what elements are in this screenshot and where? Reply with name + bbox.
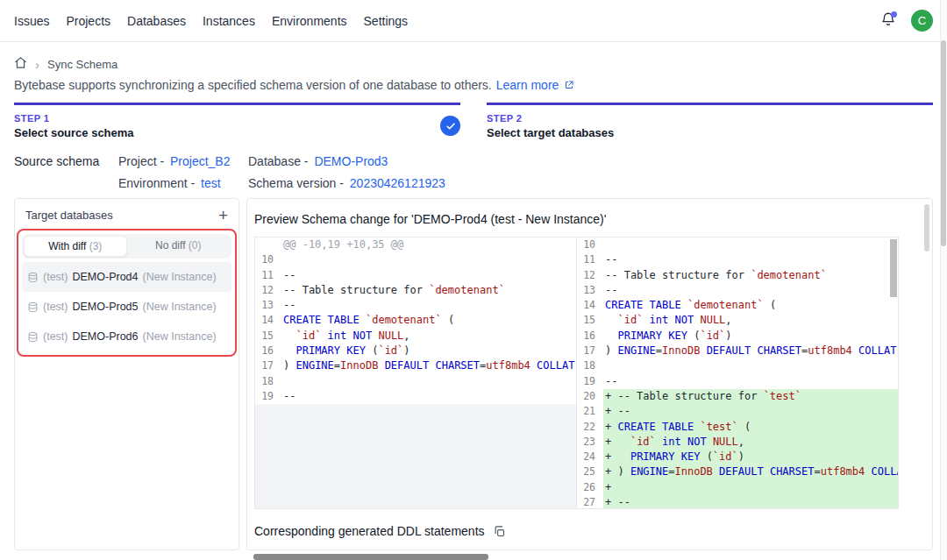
diff-line: 18 bbox=[577, 358, 898, 373]
nav-item-settings[interactable]: Settings bbox=[364, 14, 409, 28]
line-number: 20 bbox=[577, 389, 603, 404]
line-content: `id` int NOT NULL, bbox=[603, 313, 898, 328]
line-number: 14 bbox=[577, 298, 603, 313]
diff-line: 11-- bbox=[577, 252, 898, 267]
line-content: + -- Table structure for `test` bbox=[603, 389, 898, 404]
top-nav: IssuesProjectsDatabasesInstancesEnvironm… bbox=[0, 0, 947, 42]
line-number: 27 bbox=[577, 495, 603, 508]
page-scrollbar-thumb[interactable] bbox=[941, 40, 946, 246]
instance-icon bbox=[27, 301, 39, 313]
nav-item-instances[interactable]: Instances bbox=[203, 14, 255, 28]
line-number: 19 bbox=[577, 374, 603, 389]
target-selection-highlight: With diff (3)No diff (0) (test)DEMO-Prod… bbox=[17, 229, 237, 357]
line-number: 17 bbox=[577, 344, 603, 358]
line-number: 15 bbox=[255, 329, 281, 344]
diff-line: 15 `id` int NOT NULL, bbox=[577, 313, 898, 328]
preview-panel: Preview Schema change for 'DEMO-Prod4 (t… bbox=[246, 198, 933, 550]
environment-tag: (test) bbox=[43, 271, 68, 283]
line-number: 11 bbox=[255, 268, 281, 283]
line-number: 23 bbox=[577, 435, 603, 450]
line-number: 19 bbox=[255, 389, 281, 404]
schema-version-label: Schema version - bbox=[248, 176, 344, 190]
nav-item-databases[interactable]: Databases bbox=[127, 14, 186, 28]
database-link[interactable]: DEMO-Prod3 bbox=[314, 154, 388, 168]
line-number: 14 bbox=[255, 313, 281, 328]
home-icon[interactable] bbox=[14, 56, 27, 72]
line-content: ) ENGINE=InnoDB DEFAULT CHARSET=utf8mb4 … bbox=[603, 344, 898, 358]
external-link-icon bbox=[564, 80, 574, 90]
diff-line: 10 bbox=[577, 237, 898, 252]
target-databases-panel: Target databases + With diff (3)No diff … bbox=[14, 198, 239, 550]
diff-line: 14CREATE TABLE `demotenant` ( bbox=[255, 313, 576, 328]
line-content bbox=[281, 374, 576, 389]
line-content bbox=[603, 237, 898, 252]
line-content: `id` int NOT NULL, bbox=[281, 329, 576, 344]
line-content: -- bbox=[603, 374, 898, 389]
line-number: 26 bbox=[577, 480, 603, 495]
step-2-label: STEP 2 bbox=[487, 113, 933, 124]
line-content: + bbox=[603, 480, 898, 495]
line-content bbox=[603, 358, 898, 373]
source-schema: Source schema Project - Project_B2 Datab… bbox=[0, 154, 947, 190]
add-target-database-button[interactable]: + bbox=[218, 207, 228, 223]
diff-empty-filler bbox=[255, 404, 576, 508]
line-number: 13 bbox=[577, 283, 603, 298]
diff-line-added: 24+ PRIMARY KEY (`id`) bbox=[577, 450, 898, 464]
preview-panel-scrollbar[interactable] bbox=[924, 204, 929, 252]
diff-line: 17) ENGINE=InnoDB DEFAULT CHARSET=utf8mb… bbox=[577, 344, 898, 358]
diff-scrollbar-thumb[interactable] bbox=[890, 239, 897, 297]
step-2-title: Select target databases bbox=[487, 126, 933, 139]
diff-line: 17) ENGINE=InnoDB DEFAULT CHARSET=utf8mb… bbox=[255, 358, 576, 373]
diff-pane-original[interactable]: @@ -10,19 +10,35 @@1011--12-- Table stru… bbox=[255, 237, 577, 508]
environment-tag: (test) bbox=[43, 330, 68, 343]
diff-line: 13-- bbox=[577, 283, 898, 298]
line-content: PRIMARY KEY (`id`) bbox=[603, 329, 898, 344]
tab-no-diff[interactable]: No diff (0) bbox=[127, 236, 231, 257]
tab-label: With diff bbox=[48, 240, 86, 252]
line-number: 12 bbox=[255, 283, 281, 298]
target-database-item[interactable]: (test)DEMO-Prod5(New Instance) bbox=[22, 292, 231, 322]
line-content: + ) ENGINE=InnoDB DEFAULT CHARSET=utf8mb… bbox=[603, 464, 898, 479]
copy-icon[interactable] bbox=[493, 525, 506, 538]
nav-right: C bbox=[879, 10, 933, 32]
diff-line-added: 25+ ) ENGINE=InnoDB DEFAULT CHARSET=utf8… bbox=[577, 464, 898, 479]
target-database-item[interactable]: (test)DEMO-Prod4(New Instance) bbox=[22, 262, 231, 292]
chevron-right-icon: › bbox=[35, 58, 39, 71]
target-panel-header: Target databases + bbox=[15, 199, 239, 229]
line-number: 24 bbox=[577, 450, 603, 464]
line-content: -- bbox=[281, 298, 576, 313]
line-content: + -- bbox=[603, 404, 898, 419]
line-content: -- Table structure for `demotenant` bbox=[281, 283, 576, 298]
page-scrollbar[interactable] bbox=[940, 0, 947, 560]
avatar[interactable]: C bbox=[911, 10, 933, 32]
database-name: DEMO-Prod6 bbox=[72, 330, 138, 343]
schema-diff-editor: @@ -10,19 +10,35 @@1011--12-- Table stru… bbox=[254, 237, 899, 509]
diff-hunk-header: @@ -10,19 +10,35 @@ bbox=[255, 237, 576, 252]
nav-item-issues[interactable]: Issues bbox=[14, 14, 49, 28]
line-content bbox=[281, 252, 576, 267]
nav-item-environments[interactable]: Environments bbox=[272, 14, 347, 28]
main-nav: IssuesProjectsDatabasesInstancesEnvironm… bbox=[14, 14, 408, 28]
step-1-title: Select source schema bbox=[14, 126, 460, 139]
diff-pane-modified[interactable]: 1011--12-- Table structure for `demotena… bbox=[577, 237, 898, 508]
horizontal-scrollbar-thumb[interactable] bbox=[253, 554, 488, 560]
line-number: 12 bbox=[577, 268, 603, 283]
preview-title: Preview Schema change for 'DEMO-Prod4 (t… bbox=[247, 199, 932, 237]
environment-pair: Environment - test bbox=[118, 176, 248, 190]
environment-tag: (test) bbox=[43, 301, 68, 313]
tab-label: No diff bbox=[155, 239, 185, 252]
diff-line: 15 `id` int NOT NULL, bbox=[255, 329, 576, 344]
learn-more-link[interactable]: Learn more bbox=[496, 78, 559, 92]
diff-line-added: 27+ -- bbox=[577, 495, 898, 508]
notifications-button[interactable] bbox=[879, 12, 897, 30]
line-content: + `id` int NOT NULL, bbox=[603, 435, 898, 450]
project-link[interactable]: Project_B2 bbox=[170, 154, 230, 168]
schema-version-link[interactable]: 20230426121923 bbox=[350, 176, 445, 190]
environment-link[interactable]: test bbox=[201, 176, 221, 190]
line-content: -- bbox=[603, 283, 898, 298]
line-number: 17 bbox=[255, 358, 281, 373]
target-database-item[interactable]: (test)DEMO-Prod6(New Instance) bbox=[22, 322, 231, 351]
tab-with-diff[interactable]: With diff (3) bbox=[24, 236, 127, 257]
nav-item-projects[interactable]: Projects bbox=[66, 14, 110, 28]
app-root: IssuesProjectsDatabasesInstancesEnvironm… bbox=[0, 0, 947, 560]
